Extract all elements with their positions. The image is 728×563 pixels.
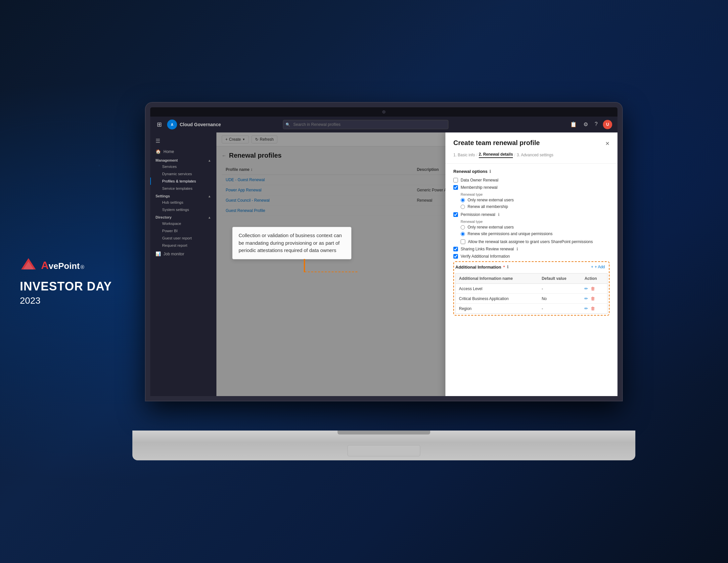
- allow-grant-checkbox[interactable]: [461, 239, 465, 244]
- svg-point-0: [98, 164, 100, 166]
- data-owner-checkbox[interactable]: [453, 178, 458, 182]
- help-icon[interactable]: ?: [593, 120, 599, 129]
- permission-radio-external-input[interactable]: [461, 225, 465, 229]
- logo-text: A ve Point ®: [41, 259, 84, 271]
- renewal-options-title: Renewal options ℹ: [453, 169, 610, 174]
- svg-point-2: [49, 231, 51, 233]
- sidebar-item-service-templates[interactable]: Service templates: [150, 185, 216, 192]
- directory-chevron[interactable]: ▲: [208, 215, 211, 219]
- edit-critical-button[interactable]: ✏: [584, 296, 588, 301]
- permission-radio-external: Only renew external users: [461, 225, 610, 229]
- app-name: Cloud Governance: [180, 122, 221, 127]
- modal-overlay: ✕ Create team renewal profile 1. Basic i…: [216, 132, 617, 401]
- modal-close-button[interactable]: ✕: [605, 140, 610, 147]
- content-area: + Create ▼ ↻ Refresh ← Renewal: [216, 132, 617, 401]
- job-monitor-label: Job monitor: [163, 252, 184, 256]
- top-nav: ⊞ A Cloud Governance 🔍 📋: [150, 117, 617, 132]
- permission-info-icon[interactable]: ℹ: [498, 212, 500, 217]
- sidebar-item-services[interactable]: Services: [150, 163, 216, 170]
- sidebar-item-home[interactable]: 🏠 Home: [150, 147, 216, 156]
- edit-region-button[interactable]: ✏: [584, 306, 588, 311]
- sidebar-item-workspace[interactable]: Workspace: [150, 220, 216, 227]
- permission-radio-site-input[interactable]: [461, 232, 465, 236]
- settings-icon[interactable]: ⚙: [582, 120, 589, 129]
- hub-settings-label: Hub settings: [162, 200, 183, 204]
- info-value-access: -: [538, 284, 581, 294]
- sharing-links-checkbox-row: Sharing Links Review renewal ℹ: [453, 247, 610, 251]
- delete-region-button[interactable]: 🗑: [591, 306, 595, 311]
- add-info-button[interactable]: + + Add: [588, 263, 608, 270]
- service-templates-label: Service templates: [162, 186, 192, 190]
- modal-panel: ✕ Create team renewal profile 1. Basic i…: [445, 132, 617, 401]
- info-row-critical: Critical Business Application No ✏ 🗑: [456, 294, 608, 304]
- permission-radio-external-label: Only renew external users: [468, 225, 514, 229]
- verify-additional-checkbox-row: Verify Additional Information: [453, 254, 610, 258]
- edit-access-button[interactable]: ✏: [584, 286, 588, 291]
- permission-radio-site: Renew site permissions and unique permis…: [461, 231, 610, 236]
- sidebar: ☰ 🏠 Home Management ▲ Services Dynamic s…: [150, 132, 216, 401]
- settings-chevron[interactable]: ▲: [208, 194, 211, 198]
- verify-additional-checkbox[interactable]: [453, 254, 458, 258]
- allow-grant-checkbox-row: Allow the renewal task assignee to grant…: [461, 239, 610, 244]
- hamburger-button[interactable]: ☰: [150, 135, 216, 147]
- info-actions-critical: ✏ 🗑: [584, 296, 604, 301]
- workspace-label: Workspace: [162, 221, 181, 225]
- step-basic-info[interactable]: 1. Basic info: [453, 153, 475, 157]
- add-label: + Add: [595, 264, 605, 269]
- membership-radio-all-label: Renew all membership: [468, 204, 508, 209]
- permission-checkbox[interactable]: [453, 212, 458, 217]
- investor-day-label: INVESTOR DAY: [20, 279, 112, 294]
- membership-checkbox[interactable]: [453, 185, 458, 190]
- membership-radio-external-input[interactable]: [461, 198, 465, 202]
- permission-checkbox-row: Permission renewal ℹ: [453, 212, 610, 217]
- delete-access-button[interactable]: 🗑: [591, 286, 595, 291]
- sidebar-item-system-settings[interactable]: System settings: [150, 206, 216, 213]
- sidebar-item-power-bi[interactable]: Power BI: [150, 227, 216, 234]
- user-avatar[interactable]: U: [603, 120, 612, 129]
- sidebar-item-job-monitor[interactable]: 📊 Job monitor: [150, 249, 216, 258]
- delete-critical-button[interactable]: 🗑: [591, 296, 595, 301]
- sidebar-item-hub-settings[interactable]: Hub settings: [150, 199, 216, 206]
- add-info-icon[interactable]: ℹ: [507, 264, 509, 269]
- sidebar-item-profiles-templates[interactable]: Profiles & templates: [150, 177, 216, 185]
- search-input[interactable]: [283, 120, 448, 129]
- sidebar-item-dynamic-services[interactable]: Dynamic services: [150, 170, 216, 177]
- sidebar-section-directory: Directory ▲: [150, 213, 216, 220]
- grid-icon[interactable]: ⊞: [156, 119, 163, 129]
- laptop-top-bar: [150, 107, 617, 117]
- avepoint-logo: A ve Point ®: [20, 257, 112, 274]
- brand-panel: A ve Point ® INVESTOR DAY 2023: [20, 257, 112, 306]
- membership-radio-all-input[interactable]: [461, 205, 465, 209]
- sidebar-item-guest-user-report[interactable]: Guest user report: [150, 234, 216, 242]
- membership-label: Membership renewal: [461, 185, 497, 190]
- modal-header: ✕ Create team renewal profile 1. Basic i…: [445, 132, 617, 164]
- sharing-links-label: Sharing Links Review renewal: [461, 247, 514, 251]
- data-owner-checkbox-row: Data Owner Renewal: [453, 178, 610, 182]
- sidebar-item-request-report[interactable]: Request report: [150, 242, 216, 249]
- modal-body: Renewal options ℹ Data Owner Renewal: [445, 164, 617, 401]
- add-info-title-label: Additional Information: [455, 264, 501, 269]
- info-name-critical: Critical Business Application: [456, 294, 538, 304]
- modal-steps: 1. Basic info / 2. Renewal details / 3. …: [453, 152, 610, 163]
- power-bi-label: Power BI: [162, 229, 178, 233]
- document-icon[interactable]: 📋: [569, 120, 578, 129]
- management-chevron[interactable]: ▲: [208, 159, 211, 162]
- permission-renewal-type-label: Renewal type: [461, 219, 610, 223]
- search-bar[interactable]: 🔍: [283, 120, 448, 129]
- membership-renewal-type-label: Renewal type: [461, 192, 610, 196]
- add-info-header: Additional Information * ℹ + + Add: [455, 263, 608, 270]
- additional-info-section: Additional Information * ℹ + + Add: [453, 261, 610, 316]
- home-label: Home: [163, 149, 174, 154]
- tooltip-text: Collection or validation of business con…: [239, 232, 342, 253]
- guest-user-report-label: Guest user report: [162, 236, 192, 240]
- membership-radio-external: Only renew external users: [461, 198, 610, 202]
- renewal-options-info-icon[interactable]: ℹ: [489, 169, 491, 174]
- membership-radio-external-label: Only renew external users: [468, 198, 514, 202]
- renewal-options-label: Renewal options: [453, 169, 487, 174]
- membership-radio-all: Renew all membership: [461, 204, 610, 209]
- col-default-value: Default value: [538, 273, 581, 284]
- step-advanced-settings[interactable]: 3. Advanced settings: [517, 153, 553, 157]
- step-renewal-details[interactable]: 2. Renewal details: [479, 152, 513, 158]
- sharing-links-info-icon[interactable]: ℹ: [517, 247, 518, 251]
- sharing-links-checkbox[interactable]: [453, 247, 458, 251]
